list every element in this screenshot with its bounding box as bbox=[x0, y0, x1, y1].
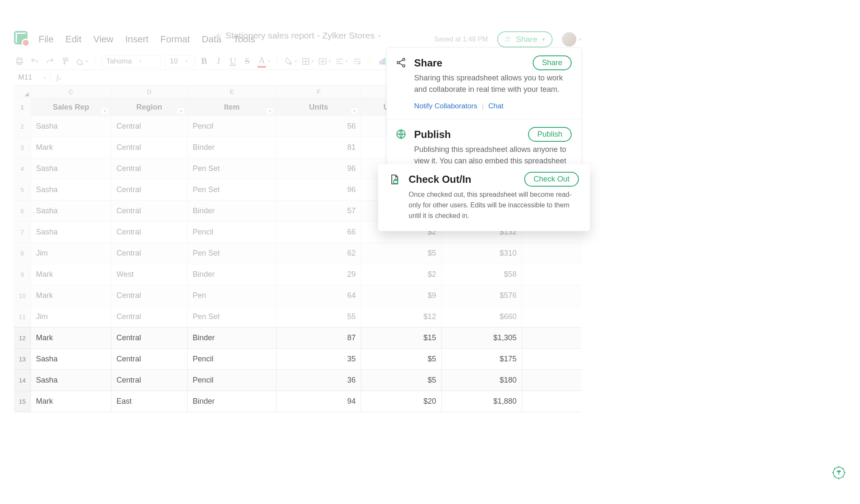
cell[interactable]: Central bbox=[111, 306, 188, 327]
table-row[interactable]: 12MarkCentralBinder87$15$1,305 bbox=[14, 328, 581, 349]
italic-button[interactable]: I bbox=[213, 55, 224, 67]
cell-reference-input[interactable]: M11▾ bbox=[14, 73, 50, 82]
share-action-button[interactable]: Share bbox=[533, 55, 572, 70]
cell[interactable]: 81 bbox=[277, 137, 361, 158]
cell[interactable]: Central bbox=[111, 201, 188, 221]
strikethrough-button[interactable]: S bbox=[242, 55, 252, 67]
menu-file[interactable]: File bbox=[39, 34, 53, 45]
chevron-down-icon[interactable]: ▾ bbox=[378, 33, 381, 39]
row-header[interactable]: 13 bbox=[14, 349, 31, 369]
cell[interactable]: $15 bbox=[361, 328, 442, 348]
cell[interactable]: Pencil bbox=[188, 116, 277, 137]
cell[interactable]: Binder bbox=[188, 201, 277, 221]
text-color-button[interactable]: A bbox=[257, 55, 270, 67]
row-header[interactable]: 14 bbox=[14, 370, 31, 391]
cell[interactable]: Binder bbox=[188, 264, 277, 285]
table-row[interactable]: 13SashaCentralPencil35$5$175 bbox=[14, 349, 581, 370]
table-row[interactable]: 9MarkWestBinder29$2$58 bbox=[14, 264, 581, 285]
chat-link[interactable]: Chat bbox=[488, 102, 503, 110]
table-header-cell[interactable]: Units▾ bbox=[277, 98, 361, 116]
cell[interactable]: Central bbox=[111, 285, 188, 306]
cell[interactable]: $5 bbox=[361, 349, 442, 369]
undo-icon[interactable] bbox=[29, 55, 40, 67]
row-header[interactable]: 6 bbox=[14, 201, 31, 221]
cell[interactable]: $5 bbox=[361, 243, 442, 264]
row-header[interactable]: 15 bbox=[14, 391, 31, 412]
redo-icon[interactable] bbox=[44, 55, 55, 67]
cell[interactable]: $1,305 bbox=[442, 328, 522, 348]
cell[interactable]: 96 bbox=[277, 158, 361, 179]
row-header[interactable]: 8 bbox=[14, 243, 31, 264]
avatar[interactable] bbox=[562, 32, 576, 47]
cell[interactable]: Central bbox=[111, 158, 188, 179]
cell[interactable]: $576 bbox=[442, 285, 522, 306]
table-header-cell[interactable]: Item▾ bbox=[188, 98, 277, 116]
filter-icon[interactable]: ▾ bbox=[101, 107, 108, 114]
cell[interactable]: Sasha bbox=[31, 201, 111, 221]
column-header[interactable]: F bbox=[277, 85, 361, 98]
cell[interactable]: 56 bbox=[277, 116, 361, 137]
cell[interactable]: $5 bbox=[361, 370, 442, 391]
cell[interactable]: Sasha bbox=[31, 179, 111, 200]
borders-button[interactable] bbox=[301, 55, 314, 67]
cell[interactable]: 94 bbox=[277, 391, 361, 412]
cell[interactable]: Mark bbox=[31, 137, 111, 158]
row-header[interactable]: 2 bbox=[14, 116, 31, 137]
cell[interactable]: $2 bbox=[361, 264, 442, 285]
table-row[interactable]: 10MarkCentralPen64$9$576 bbox=[14, 285, 581, 306]
column-header[interactable]: D bbox=[111, 85, 188, 98]
chevron-down-icon[interactable]: ▾ bbox=[579, 37, 581, 42]
cell[interactable]: 36 bbox=[277, 370, 361, 391]
cell[interactable]: 66 bbox=[277, 222, 361, 242]
zia-assistant-button[interactable] bbox=[830, 464, 847, 483]
row-header[interactable]: 5 bbox=[14, 179, 31, 200]
filter-icon[interactable]: ▾ bbox=[351, 107, 358, 114]
cell[interactable]: Mark bbox=[31, 285, 111, 306]
clear-format-icon[interactable] bbox=[75, 55, 88, 67]
row-header[interactable]: 11 bbox=[14, 306, 31, 327]
publish-action-button[interactable]: Publish bbox=[528, 127, 572, 142]
cell[interactable]: 64 bbox=[277, 285, 361, 306]
app-logo[interactable] bbox=[14, 31, 33, 48]
cell[interactable]: $12 bbox=[361, 306, 442, 327]
cell[interactable]: Sasha bbox=[31, 370, 111, 391]
document-title[interactable]: ★ Stationery sales report - Zylker Store… bbox=[214, 30, 381, 41]
cell[interactable]: Jim bbox=[31, 306, 111, 327]
row-header[interactable]: 12 bbox=[14, 328, 31, 348]
cell[interactable]: $9 bbox=[361, 285, 442, 306]
cell[interactable]: Pen Set bbox=[188, 179, 277, 200]
cell[interactable]: Central bbox=[111, 328, 188, 348]
cell[interactable]: Pencil bbox=[188, 349, 277, 369]
cell[interactable]: Central bbox=[111, 349, 188, 369]
table-row[interactable]: 15MarkEastBinder94$20$1,880 bbox=[14, 391, 581, 412]
menu-edit[interactable]: Edit bbox=[65, 34, 81, 45]
cell[interactable]: 96 bbox=[277, 179, 361, 200]
share-button[interactable]: Share ▾ bbox=[497, 31, 553, 47]
underline-button[interactable]: U bbox=[228, 55, 238, 67]
cell[interactable]: Binder bbox=[188, 391, 277, 412]
cell[interactable]: $20 bbox=[361, 391, 442, 412]
cell[interactable]: Mark bbox=[31, 264, 111, 285]
cell[interactable]: Sasha bbox=[31, 158, 111, 179]
cell[interactable]: $180 bbox=[442, 370, 522, 391]
menu-view[interactable]: View bbox=[93, 34, 113, 45]
select-all-cell[interactable]: ◢ bbox=[14, 85, 31, 98]
notify-collaborators-link[interactable]: Notify Collaborators bbox=[414, 102, 477, 110]
filter-icon[interactable]: ▾ bbox=[266, 107, 274, 114]
cell[interactable]: $1,880 bbox=[442, 391, 522, 412]
cell[interactable]: Sasha bbox=[31, 222, 111, 242]
cell[interactable]: Pen Set bbox=[188, 158, 277, 179]
merge-cells-button[interactable] bbox=[318, 55, 331, 67]
cell[interactable]: Pencil bbox=[188, 370, 277, 391]
cell[interactable]: $175 bbox=[442, 349, 522, 369]
column-header[interactable]: C bbox=[31, 85, 111, 98]
cell[interactable]: Central bbox=[111, 370, 188, 391]
bold-button[interactable]: B bbox=[199, 55, 209, 67]
row-header[interactable]: 7 bbox=[14, 222, 31, 242]
row-header[interactable]: 9 bbox=[14, 264, 31, 285]
cell[interactable]: 87 bbox=[277, 328, 361, 348]
cell[interactable]: 55 bbox=[277, 306, 361, 327]
cell[interactable]: Central bbox=[111, 243, 188, 264]
wrap-text-button[interactable] bbox=[352, 55, 363, 67]
menu-format[interactable]: Format bbox=[160, 34, 190, 45]
